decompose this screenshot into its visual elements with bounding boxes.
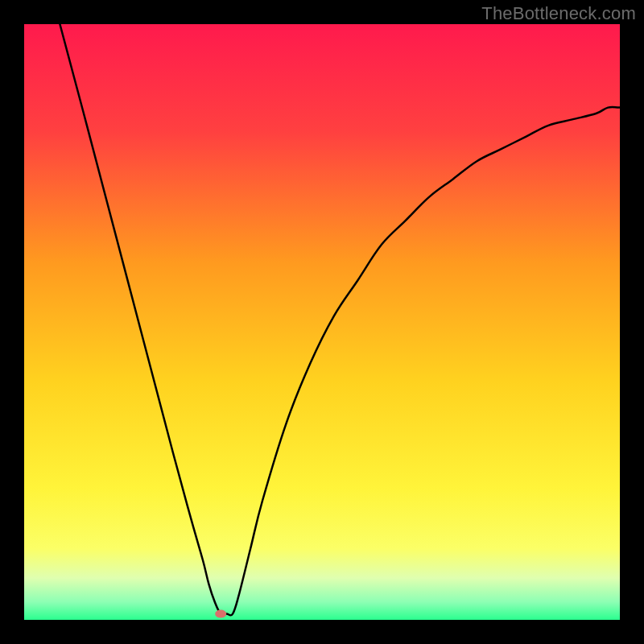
chart-frame: TheBottleneck.com [0, 0, 644, 644]
chart-svg [24, 24, 620, 620]
watermark-text: TheBottleneck.com [481, 3, 636, 24]
gradient-background [24, 24, 620, 620]
plot-area [24, 24, 620, 620]
optimum-marker [215, 610, 226, 618]
